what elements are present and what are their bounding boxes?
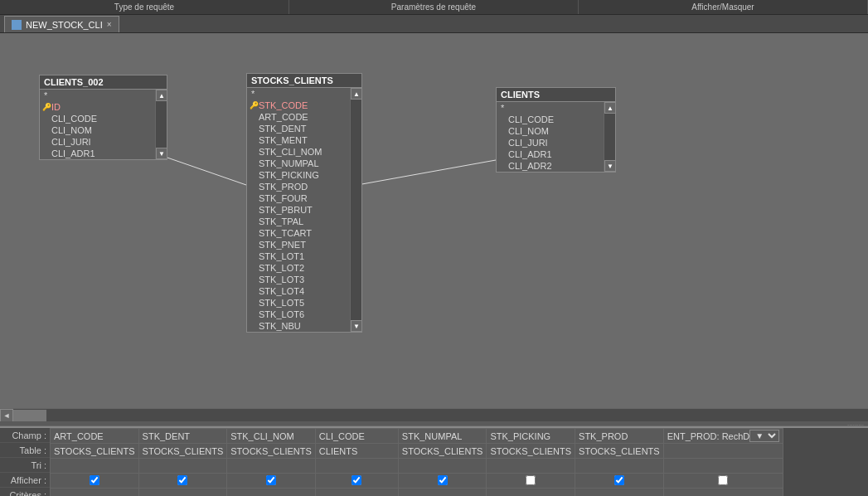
canvas-scrollbar[interactable]: ◄	[0, 408, 868, 421]
field-stk-lot2: STK_LOT2	[247, 262, 350, 274]
field-stk-lot1: STK_LOT1	[247, 250, 350, 262]
table-clients-002: CLIENTS_002 * 🔑 ID CLI_CODE CLI_NOM CLI_…	[39, 75, 167, 160]
row-tri	[51, 459, 783, 474]
cell-crit-7[interactable]	[663, 489, 783, 497]
field-clients-cli-adr2: CLI_ADR2	[497, 160, 604, 172]
tab-close-button[interactable]: ×	[107, 20, 112, 29]
cell-tri-3[interactable]	[315, 459, 398, 474]
table-stocks-clients-fields[interactable]: * 🔑 STK_CODE ART_CODE STK_DENT STK_MENT …	[247, 88, 361, 332]
cell-champ-7[interactable]: ENT_PROD: RechD ▼	[663, 429, 783, 444]
cell-champ-5[interactable]: STK_PICKING	[487, 429, 575, 444]
checkbox-afficher-5[interactable]	[526, 475, 536, 485]
cell-tri-6[interactable]	[575, 459, 664, 474]
svg-line-0	[162, 156, 246, 185]
scroll-down-clients002[interactable]: ▼	[156, 148, 167, 159]
field-cli-adr1: CLI_ADR1	[40, 148, 155, 159]
cell-afficher-0[interactable]	[51, 474, 139, 489]
cell-afficher-1[interactable]	[138, 474, 227, 489]
field-stk-numpal: STK_NUMPAL	[247, 158, 350, 169]
header-afficher-masquer: Afficher/Masquer	[579, 0, 868, 14]
row-label-criteres: Critères :	[0, 488, 50, 496]
cell-crit-1[interactable]	[138, 489, 227, 497]
field-star: *	[40, 90, 155, 101]
header-type-requete: Type de requête	[0, 0, 289, 14]
table-stocks-clients-header: STOCKS_CLIENTS	[247, 74, 361, 88]
cell-crit-4[interactable]	[398, 489, 487, 497]
cell-tri-7[interactable]	[663, 459, 783, 474]
canvas-scroll-thumb[interactable]	[13, 410, 46, 421]
cell-afficher-7[interactable]	[663, 474, 783, 489]
cell-afficher-3[interactable]	[315, 474, 398, 489]
table-stocks-clients: STOCKS_CLIENTS * 🔑 STK_CODE ART_CODE STK…	[246, 73, 362, 333]
field-stk-star: *	[247, 88, 350, 100]
field-id: 🔑 ID	[40, 101, 155, 113]
checkbox-afficher-4[interactable]	[438, 475, 448, 485]
db-icon	[12, 20, 22, 30]
checkbox-afficher-0[interactable]	[90, 475, 99, 485]
row-label-table: Table :	[0, 443, 50, 458]
field-stk-pnet: STK_PNET	[247, 239, 350, 250]
cell-crit-3[interactable]	[315, 489, 398, 497]
cell-table-1[interactable]: STOCKS_CLIENTS	[138, 444, 227, 459]
field-clients-cli-nom: CLI_NOM	[497, 125, 604, 137]
checkbox-afficher-2[interactable]	[266, 475, 276, 485]
table-clients-002-header: CLIENTS_002	[40, 75, 167, 90]
table-clients-002-fields[interactable]: * 🔑 ID CLI_CODE CLI_NOM CLI_JURI CLI_ADR…	[40, 90, 167, 159]
cell-afficher-2[interactable]	[227, 474, 316, 489]
header-params-requete: Paramètres de requête	[289, 0, 579, 14]
table-clients-fields[interactable]: * CLI_CODE CLI_NOM CLI_JURI CLI_ADR1 CLI…	[497, 102, 615, 172]
scroll-up-stocks[interactable]: ▲	[351, 88, 361, 100]
scroll-down-clients[interactable]: ▼	[604, 160, 615, 172]
field-stk-cli-nom: STK_CLI_NOM	[247, 146, 350, 158]
cell-tri-0[interactable]	[51, 459, 139, 474]
cell-crit-2[interactable]	[227, 489, 316, 497]
cell-table-2[interactable]: STOCKS_CLIENTS	[227, 444, 316, 459]
cell-tri-1[interactable]	[138, 459, 227, 474]
row-champ: ART_CODE STK_DENT STK_CLI_NOM CLI_CODE S…	[51, 429, 783, 444]
field-stk-pbrut: STK_PBRUT	[247, 204, 350, 216]
cell-champ-7-text: ENT_PROD: RechD	[667, 431, 750, 441]
cell-table-6[interactable]: STOCKS_CLIENTS	[575, 444, 664, 459]
cell-champ-4[interactable]: STK_NUMPAL	[398, 429, 487, 444]
cell-afficher-4[interactable]	[398, 474, 487, 489]
cell-table-0[interactable]: STOCKS_CLIENTS	[51, 444, 139, 459]
cell-crit-5[interactable]	[487, 489, 575, 497]
checkbox-afficher-1[interactable]	[177, 475, 187, 485]
cell-afficher-6[interactable]	[575, 474, 664, 489]
cell-champ-3[interactable]: CLI_CODE	[315, 429, 398, 444]
cell-champ-1[interactable]: STK_DENT	[138, 429, 227, 444]
cell-tri-5[interactable]	[487, 459, 575, 474]
field-cli-nom: CLI_NOM	[40, 124, 155, 136]
cell-champ-0[interactable]: ART_CODE	[51, 429, 139, 444]
scroll-up-clients[interactable]: ▲	[604, 102, 615, 114]
cell-table-5[interactable]: STOCKS_CLIENTS	[487, 444, 575, 459]
tab-new-stock-cli[interactable]: NEW_STOCK_CLI ×	[4, 16, 119, 32]
cell-champ-6[interactable]: STK_PROD	[575, 429, 664, 444]
checkbox-afficher-7[interactable]	[718, 475, 728, 485]
field-stk-picking: STK_PICKING	[247, 169, 350, 181]
cell-table-3[interactable]: CLIENTS	[315, 444, 398, 459]
cell-table-7[interactable]	[663, 444, 783, 459]
cell-champ-7-dropdown[interactable]: ▼	[749, 430, 779, 442]
field-stk-code: 🔑 STK_CODE	[247, 100, 350, 111]
cell-champ-2[interactable]: STK_CLI_NOM	[227, 429, 316, 444]
row-label-afficher: Afficher :	[0, 473, 50, 488]
cell-tri-2[interactable]	[227, 459, 316, 474]
field-stk-prod: STK_PROD	[247, 181, 350, 192]
cell-crit-6[interactable]	[575, 489, 664, 497]
field-stk-tcart: STK_TCART	[247, 227, 350, 239]
cell-afficher-5[interactable]	[487, 474, 575, 489]
canvas-scroll-left-btn[interactable]: ◄	[0, 409, 13, 422]
cell-table-4[interactable]: STOCKS_CLIENTS	[398, 444, 487, 459]
data-grid[interactable]: ART_CODE STK_DENT STK_CLI_NOM CLI_CODE S…	[50, 428, 868, 496]
bottom-panel: Champ : Table : Tri : Afficher : Critère…	[0, 426, 868, 496]
scroll-down-stocks[interactable]: ▼	[351, 320, 361, 332]
cell-tri-4[interactable]	[398, 459, 487, 474]
checkbox-afficher-6[interactable]	[614, 475, 624, 485]
grid-table: ART_CODE STK_DENT STK_CLI_NOM CLI_CODE S…	[50, 428, 783, 496]
field-clients-cli-code: CLI_CODE	[497, 114, 604, 125]
checkbox-afficher-3[interactable]	[352, 475, 361, 485]
scroll-up-clients002[interactable]: ▲	[156, 90, 167, 101]
tab-bar: NEW_STOCK_CLI ×	[0, 15, 868, 33]
cell-crit-0[interactable]	[51, 489, 139, 497]
